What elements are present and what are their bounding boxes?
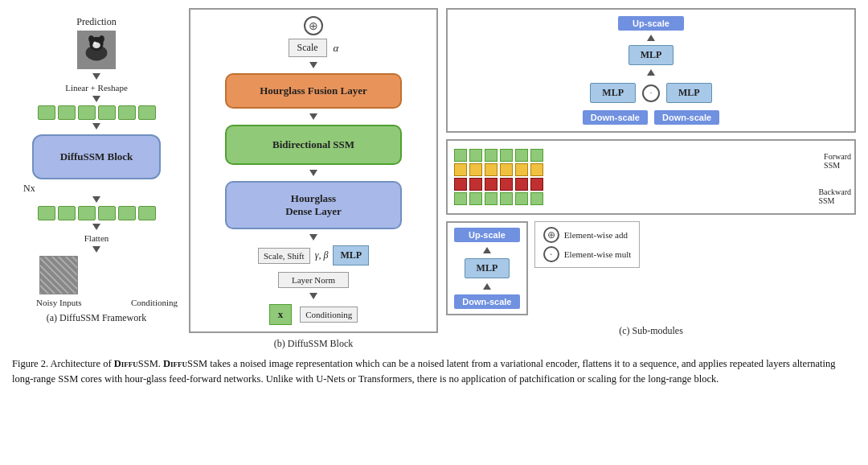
x-box: x (269, 304, 293, 325)
linear-reshape-label: Linear + Reshape (65, 83, 128, 93)
legend-mult-label: Element-wise mult (564, 249, 631, 259)
mlp-dot-row: MLP · MLP (590, 83, 711, 103)
panel-c-label: (c) Sub-modules (446, 325, 856, 337)
green-box (78, 105, 96, 120)
circle-plus-legend: ⊕ (543, 227, 559, 243)
legend-row-add: ⊕ Element-wise add (543, 227, 631, 243)
arrow-b-5 (309, 293, 317, 299)
sq-yellow (469, 163, 482, 176)
noisy-inputs-label: Noisy Inputs (36, 298, 82, 307)
noisy-image (39, 256, 78, 294)
dog-image (77, 31, 116, 69)
sq-red (485, 178, 497, 191)
sq-yellow (515, 163, 528, 176)
sq-green (469, 192, 482, 205)
arrow-b-3 (309, 170, 317, 176)
mlp-top-single: MLP (628, 45, 674, 65)
panel-c-bottom-row: Up-scale MLP Down-scale ⊕ Element-wise a… (446, 221, 856, 315)
sq-yellow (530, 163, 543, 176)
submodule-upscale-top: Up-scale MLP MLP · MLP Down-scale Down-s… (446, 8, 856, 133)
upscale-button-top[interactable]: Up-scale (618, 16, 684, 31)
sq-green (469, 149, 482, 162)
scale-shift-box: Scale, Shift (258, 248, 310, 264)
ssm-row-green-top (454, 149, 848, 162)
arrow-c-up4 (483, 283, 491, 290)
downscale-button-left[interactable]: Down-scale (583, 110, 648, 125)
upscale-button-bottom[interactable]: Up-scale (454, 228, 520, 242)
arrow-down-1 (92, 73, 100, 80)
sq-red (469, 178, 482, 191)
ssm-row-green-bot (454, 192, 848, 205)
green-box (58, 206, 76, 220)
arrow-c-up1 (647, 35, 655, 41)
sq-green (485, 149, 497, 162)
layer-norm-box: Layer Norm (278, 272, 349, 288)
caption: Figure 2. Architecture of DiffuSSM. Diff… (12, 356, 856, 387)
diagram-area: Prediction Linear (12, 8, 856, 350)
panel-b-wrapper: ⊕ Scale α Hourglass Fusion Layer Bidirec… (189, 8, 438, 350)
arrow-c-up2 (647, 69, 655, 76)
hourglass-dense-layer: HourglassDense Layer (225, 181, 402, 229)
main-container: Prediction Linear (0, 0, 868, 395)
sq-green (454, 149, 467, 162)
sq-red (500, 178, 513, 191)
green-row-top (38, 105, 156, 120)
caption-text-main: Architecture of DiffuSSM. DiffuSSM takes… (12, 358, 836, 385)
hourglass-fusion-layer: Hourglass Fusion Layer (225, 73, 402, 109)
nx-label: Nx (23, 183, 35, 195)
sq-green (515, 192, 528, 205)
sq-green (500, 149, 513, 162)
circle-dot-icon: · (642, 84, 660, 102)
green-box (138, 105, 156, 120)
legend-add-label: Element-wise add (564, 230, 628, 240)
green-box (98, 105, 116, 120)
ssm-row-yellow (454, 163, 848, 176)
panel-c: Up-scale MLP MLP · MLP Down-scale Down-s… (446, 8, 856, 337)
sq-green (530, 149, 543, 162)
panel-b-label: (b) DiffuSSM Block (274, 338, 353, 350)
downscale-button-right[interactable]: Down-scale (654, 110, 719, 125)
backward-ssm-label: BackwardSSM (818, 187, 851, 205)
flatten-label: Flatten (84, 233, 109, 243)
green-box (98, 206, 116, 220)
green-box (58, 105, 76, 120)
sq-red (530, 178, 543, 191)
mlp-bottom: MLP (465, 258, 510, 278)
bidirectional-ssm: Bidirectional SSM (225, 125, 402, 165)
caption-figure: Figure 2. (12, 358, 48, 369)
svg-point-6 (93, 41, 96, 44)
sq-yellow (500, 163, 513, 176)
sq-green (500, 192, 513, 205)
sq-red (515, 178, 528, 191)
scale-row: Scale α (197, 39, 430, 57)
arrow-b-1 (309, 62, 317, 68)
arrow-down-6 (92, 246, 100, 253)
mlp-left: MLP (590, 83, 636, 103)
upscale2-box: Up-scale MLP Down-scale (446, 221, 528, 315)
circle-plus-icon: ⊕ (304, 16, 323, 35)
alpha-label: α (334, 42, 339, 55)
panel-b: ⊕ Scale α Hourglass Fusion Layer Bidirec… (189, 8, 438, 333)
sq-red (454, 178, 467, 191)
mlp-box-b: MLP (333, 245, 369, 265)
green-box (138, 206, 156, 220)
green-box (38, 206, 55, 220)
sq-green (485, 192, 497, 205)
sq-yellow (485, 163, 497, 176)
arrow-down-5 (92, 224, 100, 230)
green-box (38, 105, 55, 120)
sq-yellow (454, 163, 467, 176)
sq-green (530, 192, 543, 205)
arrow-down-3 (92, 123, 100, 130)
downscale-button-bottom[interactable]: Down-scale (454, 294, 519, 309)
ssm-row-red (454, 178, 848, 191)
legend-box: ⊕ Element-wise add · Element-wise mult (534, 221, 640, 268)
sq-green (454, 192, 467, 205)
arrow-b-2 (309, 113, 317, 120)
panel-a: Prediction Linear (12, 8, 181, 324)
arrow-c-up3 (483, 247, 491, 253)
green-box (78, 206, 96, 220)
ssm-grid-box: ForwardSSM (446, 139, 856, 215)
forward-ssm-label: ForwardSSM (824, 152, 851, 170)
green-box (118, 105, 136, 120)
